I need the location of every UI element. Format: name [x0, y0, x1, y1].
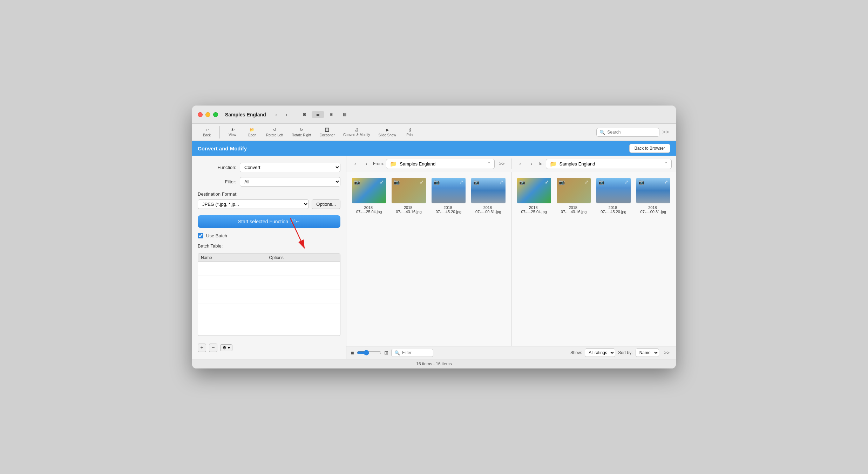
left-panel: Function: Convert Filter: All Destinatio…	[192, 156, 346, 359]
sort-select[interactable]: Name	[636, 348, 659, 357]
list-item[interactable]: 📷 ⤢ 2018-07-....25.04.jpg	[352, 178, 386, 214]
rotate-right-button[interactable]: ↻ Rotate Right	[288, 126, 315, 138]
col-name: Name	[201, 255, 269, 260]
view-split-button[interactable]: ⊟	[325, 111, 338, 118]
filter-label: Filter:	[198, 179, 236, 184]
to-forward-button[interactable]: ›	[527, 159, 536, 168]
image-thumbnail: 📷 ⤢	[471, 178, 505, 203]
use-batch-checkbox[interactable]	[198, 233, 203, 238]
to-path-select[interactable]: 📁 Samples England ⌃	[546, 159, 672, 169]
image-label: 2018-07-....25.04.jpg	[517, 205, 551, 214]
show-select[interactable]: All ratings	[585, 348, 615, 357]
rotate-left-button[interactable]: ↺ Rotate Left	[263, 126, 287, 138]
cocooner-button[interactable]: 🔲 Cocooner	[316, 126, 338, 138]
gear-icon: ⚙	[223, 345, 226, 350]
fullscreen-button[interactable]	[213, 112, 218, 117]
slideshow-icon: ▶	[386, 128, 389, 132]
list-item[interactable]: 📷 ⤢ 2018-07-....45.20.jpg	[596, 178, 630, 214]
toolbar-expand-button[interactable]: >>	[661, 128, 670, 137]
filter-select[interactable]: All	[240, 177, 340, 187]
separator-1	[219, 126, 220, 138]
search-icon: 🔍	[599, 130, 605, 135]
search-input[interactable]	[607, 130, 656, 135]
from-label: From:	[373, 161, 384, 166]
from-section: ‹ › From: 📁 Samples England ⌃ >>	[351, 159, 507, 169]
dest-format-select[interactable]: JPEG (*.jpg, *.jp...	[198, 199, 309, 209]
to-back-button[interactable]: ‹	[516, 159, 525, 168]
browser-toolbar: ‹ › From: 📁 Samples England ⌃ >> ‹ › To:	[346, 156, 676, 172]
from-double-arrow[interactable]: >>	[497, 161, 507, 167]
expand-icon: ⤢	[545, 179, 549, 185]
image-thumbnail: 📷 ⤢	[557, 178, 591, 203]
list-item[interactable]: 📷 ⤢ 2018-07-....45.20.jpg	[432, 178, 466, 214]
grid-view-icon: ⊞	[384, 350, 388, 356]
filter-input[interactable]	[402, 350, 430, 355]
expand-icon: ⤢	[664, 179, 668, 185]
back-button[interactable]: ↩ Back	[198, 126, 216, 138]
view-button[interactable]: 👁 View	[223, 126, 242, 138]
close-button[interactable]	[198, 112, 203, 117]
list-item[interactable]: 📷 ⤢ 2018-07-....25.04.jpg	[517, 178, 551, 214]
sort-label: Sort by:	[618, 350, 632, 355]
print-icon: 🖨	[408, 128, 412, 132]
to-image-grid: 📷 ⤢ 2018-07-....25.04.jpg 📷 ⤢ 2018-07-..…	[511, 172, 676, 219]
image-thumbnail: 📷 ⤢	[596, 178, 630, 203]
cocooner-icon: 🔲	[325, 128, 330, 132]
slideshow-label: Slide Show	[379, 133, 396, 137]
batch-action-select[interactable]: ⚙ ▾	[220, 344, 232, 351]
image-thumbnail: 📷 ⤢	[432, 178, 466, 203]
batch-controls: + − ⚙ ▾	[198, 344, 340, 352]
convert-bar: Convert and Modify Back to Browser	[192, 141, 676, 156]
list-item[interactable]: 📷 ⤢ 2018-07-....43.16.jpg	[392, 178, 426, 214]
add-batch-button[interactable]: +	[198, 344, 206, 352]
toolbar: ↩ Back 👁 View 📂 Open ↺ Rotate Left ↻ Rot…	[192, 124, 676, 141]
convert-modify-button[interactable]: 🖨 Convert & Modify	[340, 126, 374, 138]
zoom-slider[interactable]	[357, 350, 381, 356]
camera-icon: 📷	[434, 179, 440, 185]
zoom-out-icon: ◼	[351, 350, 354, 355]
from-image-panel: 📷 ⤢ 2018-07-....25.04.jpg 📷 ⤢ 2018-07-..…	[346, 172, 511, 346]
to-section: ‹ › To: 📁 Samples England ⌃	[516, 159, 672, 169]
expand-icon: ⤢	[380, 179, 384, 185]
to-folder-icon: 📁	[550, 161, 557, 167]
expand-icon: ⤢	[459, 179, 463, 185]
back-label: Back	[203, 133, 211, 137]
print-button[interactable]: 🖨 Print	[401, 126, 419, 138]
main-window: Samples England ‹ › ⊞ ☰ ⊟ ▤ ↩ Back	[192, 106, 676, 368]
from-forward-button[interactable]: ›	[362, 159, 371, 168]
filter-input-box[interactable]: 🔍	[391, 349, 433, 357]
from-path-select[interactable]: 📁 Samples England ⌃	[386, 159, 495, 169]
use-batch-row: Use Batch	[198, 233, 340, 238]
camera-icon: 📷	[638, 179, 644, 185]
list-item[interactable]: 📷 ⤢ 2018-07-....00.31.jpg	[471, 178, 505, 214]
remove-batch-button[interactable]: −	[209, 344, 217, 352]
open-button[interactable]: 📂 Open	[243, 126, 261, 138]
from-back-button[interactable]: ‹	[351, 159, 360, 168]
image-label: 2018-07-....45.20.jpg	[596, 205, 630, 214]
image-label: 2018-07-....45.20.jpg	[432, 205, 466, 214]
list-item[interactable]: 📷 ⤢ 2018-07-....00.31.jpg	[636, 178, 670, 214]
camera-icon: 📷	[598, 179, 604, 185]
view-detail-button[interactable]: ▤	[338, 111, 351, 118]
minimize-button[interactable]	[205, 112, 210, 117]
back-nav-button[interactable]: ‹	[272, 110, 281, 119]
nav-arrows: ‹ ›	[272, 110, 291, 119]
forward-nav-button[interactable]: ›	[282, 110, 291, 119]
grid-view-icon: ⊞	[303, 112, 306, 117]
detail-view-icon: ▤	[343, 112, 346, 117]
function-select[interactable]: Convert	[240, 163, 340, 172]
image-label: 2018-07-....25.04.jpg	[352, 205, 386, 214]
view-grid-button[interactable]: ⊞	[298, 111, 311, 118]
back-to-browser-button[interactable]: Back to Browser	[629, 144, 670, 153]
list-item[interactable]: 📷 ⤢ 2018-07-....43.16.jpg	[557, 178, 591, 214]
start-btn-label: Start selected Function	[238, 219, 288, 224]
status-expand-button[interactable]: >>	[662, 350, 672, 356]
search-box[interactable]: 🔍	[596, 128, 659, 137]
batch-table-body	[198, 262, 340, 314]
options-button[interactable]: Options...	[312, 199, 340, 209]
slideshow-button[interactable]: ▶ Slide Show	[375, 126, 400, 138]
filter-search-icon: 🔍	[394, 350, 400, 356]
start-function-button[interactable]: Start selected Function ⌘↵	[198, 215, 340, 228]
view-list-button[interactable]: ☰	[312, 111, 324, 118]
col-options: Options	[269, 255, 338, 260]
